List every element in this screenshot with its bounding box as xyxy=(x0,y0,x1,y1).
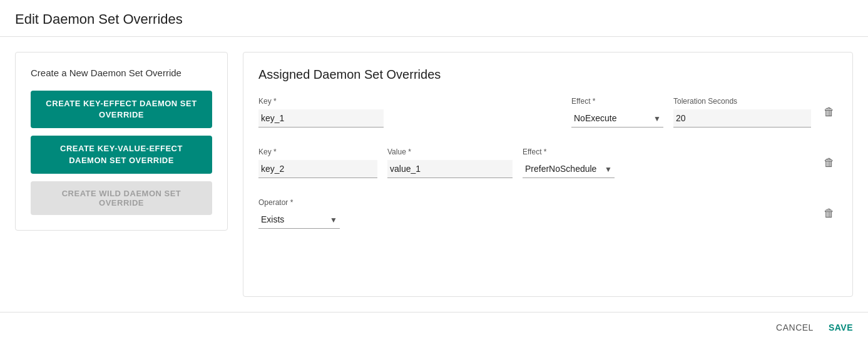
override-row-2: Key * Value * Effect * PreferNoSchedule … xyxy=(258,148,837,183)
page-footer: CANCEL SAVE xyxy=(0,312,868,340)
key-input-2[interactable] xyxy=(258,160,377,178)
toleration-label-1: Toleration Seconds xyxy=(673,97,811,106)
right-panel-title: Assigned Daemon Set Overrides xyxy=(258,68,837,82)
create-key-effect-button[interactable]: CREATE KEY-EFFECT DAEMON SET OVERRIDE xyxy=(31,91,212,128)
delete-button-1[interactable]: 🗑 xyxy=(821,103,837,121)
operator-label-3: Operator * xyxy=(258,198,340,207)
key-input-1[interactable] xyxy=(258,109,384,128)
override-row-1: Key * Effect * NoExecute NoSchedule Pref… xyxy=(258,97,837,132)
page-header: Edit Daemon Set Overrides xyxy=(0,0,868,37)
key-label-1: Key * xyxy=(258,97,384,106)
key-field-1: Key * xyxy=(258,97,384,128)
create-wild-button: CREATE WILD DAEMON SET OVERRIDE xyxy=(31,181,212,215)
value-field-2: Value * xyxy=(387,148,513,178)
operator-select-3[interactable]: Exists Equal xyxy=(258,211,340,229)
effect-select-1[interactable]: NoExecute NoSchedule PreferNoSchedule xyxy=(571,109,663,128)
key-label-2: Key * xyxy=(258,148,377,156)
toleration-input-1[interactable] xyxy=(673,109,811,128)
value-input-2[interactable] xyxy=(387,160,513,178)
cancel-button[interactable]: CANCEL xyxy=(776,322,814,332)
left-panel: Create a New Daemon Set Override CREATE … xyxy=(15,52,228,231)
page-title: Edit Daemon Set Overrides xyxy=(15,11,853,28)
key-field-2: Key * xyxy=(258,148,377,178)
effect-field-2: Effect * PreferNoSchedule NoExecute NoSc… xyxy=(523,148,615,178)
effect-select-2[interactable]: PreferNoSchedule NoExecute NoSchedule xyxy=(523,160,615,178)
effect-label-2: Effect * xyxy=(523,148,615,156)
save-button[interactable]: SAVE xyxy=(829,322,853,332)
value-label-2: Value * xyxy=(387,148,513,156)
override-row-3: Operator * Exists Equal ▼ 🗑 xyxy=(258,198,837,234)
right-panel: Assigned Daemon Set Overrides Key * Effe… xyxy=(243,52,853,297)
toleration-field-1: Toleration Seconds xyxy=(673,97,811,128)
effect-field-1: Effect * NoExecute NoSchedule PreferNoSc… xyxy=(571,97,663,128)
delete-button-3[interactable]: 🗑 xyxy=(821,204,837,222)
operator-field-3: Operator * Exists Equal ▼ xyxy=(258,198,340,229)
effect-label-1: Effect * xyxy=(571,97,663,106)
delete-button-2[interactable]: 🗑 xyxy=(821,154,837,172)
left-panel-title: Create a New Daemon Set Override xyxy=(31,68,212,78)
create-key-value-effect-button[interactable]: CREATE KEY-VALUE-EFFECT DAEMON SET OVERR… xyxy=(31,136,212,173)
